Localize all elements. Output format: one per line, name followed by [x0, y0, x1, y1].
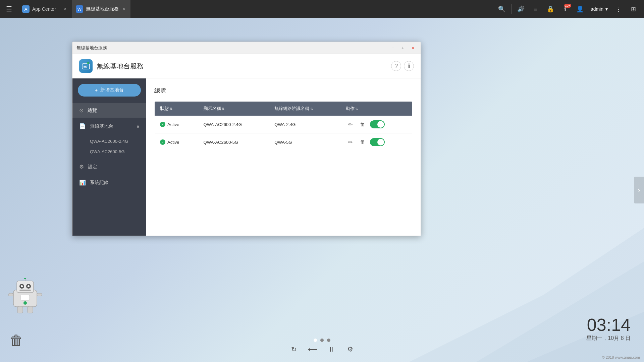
- col-header-action[interactable]: 動作: [340, 102, 413, 116]
- notification-badge-count: 10+: [564, 4, 571, 8]
- stack-icon: ≡: [534, 6, 538, 13]
- sidebar-item-wireless[interactable]: 📄 無線基地台 ∧: [72, 119, 146, 133]
- table-row: Active QWA-AC2600-5G QWA-5G ✏: [155, 133, 413, 151]
- trash-icon[interactable]: 🗑: [9, 333, 23, 349]
- tab-wireless[interactable]: W 無線基地台服務 ×: [72, 0, 130, 18]
- logs-icon: 📊: [79, 179, 86, 186]
- col-header-display-name[interactable]: 顯示名稱: [198, 102, 269, 116]
- more-menu-button[interactable]: ⋮: [612, 2, 625, 16]
- row1-display-name: QWA-AC2600-2.4G: [198, 116, 269, 133]
- col-header-status[interactable]: 狀態: [155, 102, 198, 116]
- overview-icon: ⊙: [79, 107, 84, 114]
- wireless-submenu: QWA-AC2600-2.4G QWA-AC2600-5G: [72, 135, 146, 158]
- info-button[interactable]: ℹ: [404, 61, 414, 71]
- sidebar-overview-label: 總覽: [88, 108, 97, 114]
- bottom-icon-3[interactable]: ⏸: [325, 343, 337, 355]
- maximize-button[interactable]: +: [399, 44, 407, 52]
- row1-toggle[interactable]: [370, 120, 385, 128]
- pause-icon: ⏸: [328, 346, 335, 353]
- clock: 03:14 星期一，10月 8 日: [586, 315, 631, 342]
- row2-edit-button[interactable]: ✏: [346, 137, 355, 147]
- window-titlebar: 無線基地台服務 − + ×: [72, 42, 421, 54]
- status-dot-1: [160, 122, 165, 127]
- chevron-up-icon: ∧: [137, 124, 140, 129]
- add-station-label: 新增基地台: [100, 87, 124, 93]
- tab-app-center-label: App Center: [32, 6, 56, 12]
- sidebar-item-qwa-5g[interactable]: QWA-AC2600-5G: [72, 146, 146, 157]
- window-title: 無線基地台服務: [76, 45, 389, 51]
- edit-icon-2: ✏: [348, 139, 353, 145]
- row2-display-name: QWA-AC2600-5G: [198, 133, 269, 151]
- taskbar: ☰ A App Center × W 無線基地台服務 × 🔍 🔊 ≡ 🔒 ℹ 1…: [0, 0, 644, 18]
- task-manager-button[interactable]: ≡: [529, 2, 542, 16]
- clock-date: 星期一，10月 8 日: [586, 335, 631, 342]
- row1-action: ✏ 🗑: [340, 116, 413, 133]
- row1-edit-button[interactable]: ✏: [346, 120, 355, 129]
- chevron-down-icon: ▾: [605, 6, 608, 12]
- qnap-home-button[interactable]: ⊞: [627, 2, 640, 16]
- sidebar-item-logs[interactable]: 📊 系統記錄: [72, 175, 146, 190]
- main-window: 無線基地台服務 − + × 無線基地台服務 ?: [72, 42, 421, 236]
- app-header-icons: ? ℹ: [391, 61, 414, 71]
- help-button[interactable]: ?: [391, 61, 401, 71]
- user-button[interactable]: 👤: [573, 2, 587, 16]
- question-icon: ?: [394, 63, 398, 70]
- col-header-ssid[interactable]: 無線網路辨識名稱: [269, 102, 340, 116]
- section-title: 總覽: [154, 86, 413, 95]
- tab-wireless-close[interactable]: ×: [121, 6, 126, 12]
- row2-action: ✏ 🗑: [340, 133, 413, 151]
- app-header: 無線基地台服務 ? ℹ: [72, 54, 421, 78]
- qnap-icon: ⊞: [631, 5, 636, 13]
- trash-icon-row2: 🗑: [360, 139, 365, 145]
- window-body: + 新增基地台 ⊙ 總覽 📄 無線基地台 ∧ QWA-AC2600-2.4G: [72, 78, 421, 236]
- admin-menu[interactable]: admin ▾: [588, 5, 610, 13]
- dot-1[interactable]: [314, 339, 317, 342]
- info-circle-icon: ℹ: [408, 62, 410, 70]
- row2-delete-button[interactable]: 🗑: [358, 137, 367, 147]
- minimize-button[interactable]: −: [389, 44, 396, 52]
- table-row: Active QWA-AC2600-2.4G QWA-2.4G ✏: [155, 116, 413, 133]
- bottom-toolbar: ↻ ⟵ ⏸ ⚙: [288, 343, 356, 355]
- qwa-5g-label: QWA-AC2600-5G: [90, 149, 125, 154]
- sidebar-item-settings[interactable]: ⚙ 設定: [72, 160, 146, 174]
- dot-3[interactable]: [327, 339, 330, 342]
- divider-1: [511, 4, 512, 14]
- lock-button[interactable]: 🔒: [544, 2, 557, 16]
- table-header-row: 狀態 顯示名稱 無線網路辨識名稱 動作: [155, 102, 413, 116]
- tab-app-center[interactable]: A App Center ×: [18, 0, 72, 18]
- menu-button[interactable]: ☰: [0, 0, 18, 18]
- row1-status: Active: [155, 116, 198, 133]
- status-badge-1: Active: [160, 122, 193, 127]
- notification-button[interactable]: ℹ 10+: [558, 2, 572, 16]
- edit-icon: ✏: [348, 121, 353, 128]
- stations-table: 狀態 顯示名稱 無線網路辨識名稱 動作 Active: [154, 101, 413, 151]
- page-dots: [314, 339, 330, 342]
- bottom-icon-1[interactable]: ↻: [288, 343, 300, 355]
- sidebar-item-overview[interactable]: ⊙ 總覽: [72, 103, 146, 118]
- close-button[interactable]: ×: [409, 44, 417, 52]
- tab-app-center-close[interactable]: ×: [63, 6, 68, 12]
- right-nav-arrow[interactable]: ›: [634, 177, 644, 203]
- svg-rect-19: [84, 65, 88, 65]
- settings-bottom-icon: ⚙: [347, 345, 353, 353]
- status-label-2: Active: [167, 140, 179, 145]
- hamburger-icon: ☰: [6, 5, 12, 13]
- dot-2[interactable]: [320, 339, 324, 342]
- sidebar-settings-label: 設定: [88, 164, 97, 170]
- svg-point-22: [87, 62, 89, 64]
- clock-time: 03:14: [586, 315, 631, 335]
- search-button[interactable]: 🔍: [495, 2, 508, 16]
- bottom-icon-2[interactable]: ⟵: [307, 343, 319, 355]
- robot-mascot: [7, 278, 44, 315]
- user-icon: 👤: [576, 5, 584, 13]
- add-station-button[interactable]: + 新增基地台: [78, 84, 141, 97]
- svg-point-8: [28, 285, 30, 287]
- volume-button[interactable]: 🔊: [514, 2, 528, 16]
- row1-delete-button[interactable]: 🗑: [358, 120, 367, 129]
- row2-toggle[interactable]: [370, 138, 385, 146]
- sidebar-item-qwa-24g[interactable]: QWA-AC2600-2.4G: [72, 136, 146, 146]
- bottom-icon-4[interactable]: ⚙: [344, 343, 356, 355]
- sidebar-wireless-label: 無線基地台: [90, 123, 113, 129]
- window-controls: − + ×: [389, 44, 417, 52]
- svg-rect-12: [8, 293, 13, 296]
